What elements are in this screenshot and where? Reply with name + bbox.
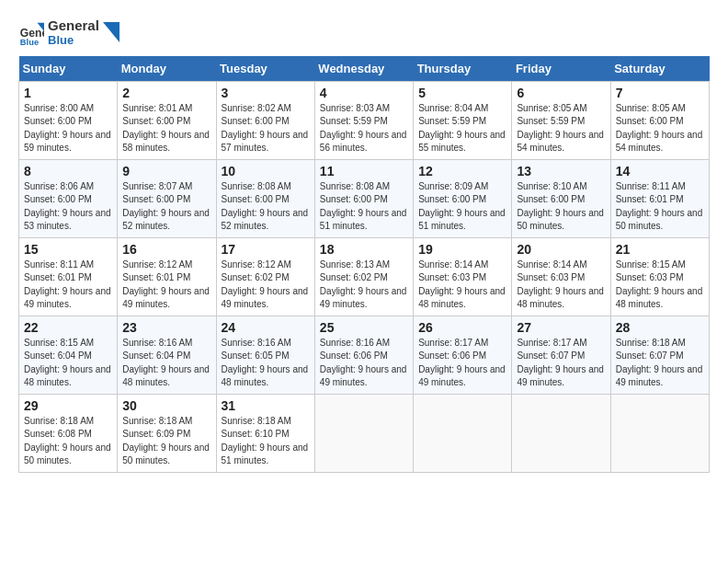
day-number: 2 [122,86,210,100]
calendar-cell: 4 Sunrise: 8:03 AMSunset: 5:59 PMDayligh… [314,81,413,159]
calendar-cell: 1 Sunrise: 8:00 AMSunset: 6:00 PMDayligh… [19,81,118,159]
day-info: Sunrise: 8:08 AMSunset: 6:00 PMDaylight:… [320,180,408,234]
calendar-cell: 10 Sunrise: 8:08 AMSunset: 6:00 PMDaylig… [216,159,314,237]
day-header-thursday: Thursday [414,56,512,82]
calendar-cell: 7 Sunrise: 8:05 AMSunset: 6:00 PMDayligh… [610,81,709,159]
calendar-cell: 3 Sunrise: 8:02 AMSunset: 6:00 PMDayligh… [216,81,314,159]
calendar-cell: 11 Sunrise: 8:08 AMSunset: 6:00 PMDaylig… [314,159,413,237]
day-info: Sunrise: 8:03 AMSunset: 5:59 PMDaylight:… [320,102,408,155]
day-number: 14 [616,164,704,178]
day-header-saturday: Saturday [610,56,709,82]
day-number: 1 [24,86,112,100]
day-info: Sunrise: 8:06 AMSunset: 6:00 PMDaylight:… [24,180,112,234]
logo-triangle [103,22,119,42]
day-header-tuesday: Tuesday [216,56,314,82]
calendar-cell: 12 Sunrise: 8:09 AMSunset: 6:00 PMDaylig… [414,159,512,237]
day-number: 22 [24,320,112,335]
day-number: 20 [517,242,605,257]
calendar-week-5: 29 Sunrise: 8:18 AMSunset: 6:08 PMDaylig… [19,394,710,472]
calendar-cell: 25 Sunrise: 8:16 AMSunset: 6:06 PMDaylig… [314,316,413,394]
day-number: 11 [320,164,408,178]
calendar-cell: 29 Sunrise: 8:18 AMSunset: 6:08 PMDaylig… [19,394,118,472]
svg-marker-3 [103,22,119,42]
day-number: 23 [122,320,210,335]
day-info: Sunrise: 8:05 AMSunset: 6:00 PMDaylight:… [616,102,704,155]
calendar-cell: 6 Sunrise: 8:05 AMSunset: 5:59 PMDayligh… [512,81,610,159]
day-info: Sunrise: 8:14 AMSunset: 6:03 PMDaylight:… [418,259,506,312]
day-header-friday: Friday [512,56,610,82]
page-header: General Blue General Blue [18,18,710,47]
calendar-cell [314,394,413,472]
day-info: Sunrise: 8:02 AMSunset: 6:00 PMDaylight:… [222,102,310,155]
calendar-cell: 5 Sunrise: 8:04 AMSunset: 5:59 PMDayligh… [414,81,512,159]
day-info: Sunrise: 8:09 AMSunset: 6:00 PMDaylight:… [418,180,506,234]
calendar-cell [414,394,512,472]
calendar-cell: 22 Sunrise: 8:15 AMSunset: 6:04 PMDaylig… [19,316,118,394]
day-info: Sunrise: 8:16 AMSunset: 6:05 PMDaylight:… [222,337,310,390]
day-header-monday: Monday [118,56,216,82]
calendar-cell: 17 Sunrise: 8:12 AMSunset: 6:02 PMDaylig… [216,237,314,316]
day-number: 24 [222,320,310,335]
day-number: 16 [122,242,210,257]
calendar-cell: 26 Sunrise: 8:17 AMSunset: 6:06 PMDaylig… [414,316,512,394]
day-number: 7 [616,86,704,100]
calendar-cell: 13 Sunrise: 8:10 AMSunset: 6:00 PMDaylig… [512,159,610,237]
day-number: 21 [616,242,704,257]
day-number: 9 [122,164,210,178]
calendar-cell: 31 Sunrise: 8:18 AMSunset: 6:10 PMDaylig… [216,394,314,472]
day-info: Sunrise: 8:15 AMSunset: 6:03 PMDaylight:… [616,259,704,312]
calendar-cell: 2 Sunrise: 8:01 AMSunset: 6:00 PMDayligh… [118,81,216,159]
calendar-week-2: 8 Sunrise: 8:06 AMSunset: 6:00 PMDayligh… [19,159,710,237]
day-info: Sunrise: 8:11 AMSunset: 6:01 PMDaylight:… [24,259,112,312]
logo-icon: General Blue [18,19,44,45]
calendar-cell: 28 Sunrise: 8:18 AMSunset: 6:07 PMDaylig… [610,316,709,394]
day-info: Sunrise: 8:13 AMSunset: 6:02 PMDaylight:… [320,259,408,312]
calendar-cell: 23 Sunrise: 8:16 AMSunset: 6:04 PMDaylig… [118,316,216,394]
day-info: Sunrise: 8:15 AMSunset: 6:04 PMDaylight:… [24,337,112,390]
day-number: 6 [517,86,605,100]
day-number: 12 [418,164,506,178]
day-info: Sunrise: 8:16 AMSunset: 6:04 PMDaylight:… [122,337,210,390]
day-number: 29 [24,398,112,413]
calendar-week-1: 1 Sunrise: 8:00 AMSunset: 6:00 PMDayligh… [19,81,710,159]
calendar-cell: 19 Sunrise: 8:14 AMSunset: 6:03 PMDaylig… [414,237,512,316]
calendar-cell: 24 Sunrise: 8:16 AMSunset: 6:05 PMDaylig… [216,316,314,394]
calendar-week-3: 15 Sunrise: 8:11 AMSunset: 6:01 PMDaylig… [19,237,710,316]
day-info: Sunrise: 8:18 AMSunset: 6:07 PMDaylight:… [616,337,704,390]
day-info: Sunrise: 8:05 AMSunset: 5:59 PMDaylight:… [517,102,605,155]
logo: General Blue General Blue [18,18,119,47]
day-number: 5 [418,86,506,100]
calendar-cell: 20 Sunrise: 8:14 AMSunset: 6:03 PMDaylig… [512,237,610,316]
day-number: 8 [24,164,112,178]
day-info: Sunrise: 8:01 AMSunset: 6:00 PMDaylight:… [122,102,210,155]
day-info: Sunrise: 8:12 AMSunset: 6:01 PMDaylight:… [122,259,210,312]
day-number: 26 [418,320,506,335]
calendar-cell: 9 Sunrise: 8:07 AMSunset: 6:00 PMDayligh… [118,159,216,237]
day-info: Sunrise: 8:18 AMSunset: 6:08 PMDaylight:… [24,415,112,468]
calendar-week-4: 22 Sunrise: 8:15 AMSunset: 6:04 PMDaylig… [19,316,710,394]
day-number: 18 [320,242,408,257]
calendar-table: SundayMondayTuesdayWednesdayThursdayFrid… [18,56,710,473]
svg-text:Blue: Blue [20,38,39,45]
day-header-sunday: Sunday [19,56,118,82]
day-number: 10 [222,164,310,178]
day-info: Sunrise: 8:12 AMSunset: 6:02 PMDaylight:… [222,259,310,312]
day-info: Sunrise: 8:17 AMSunset: 6:07 PMDaylight:… [517,337,605,390]
calendar-cell: 8 Sunrise: 8:06 AMSunset: 6:00 PMDayligh… [19,159,118,237]
day-info: Sunrise: 8:11 AMSunset: 6:01 PMDaylight:… [616,180,704,234]
day-info: Sunrise: 8:10 AMSunset: 6:00 PMDaylight:… [517,180,605,234]
calendar-cell: 27 Sunrise: 8:17 AMSunset: 6:07 PMDaylig… [512,316,610,394]
day-number: 31 [222,398,310,413]
calendar-cell: 18 Sunrise: 8:13 AMSunset: 6:02 PMDaylig… [314,237,413,316]
day-info: Sunrise: 8:18 AMSunset: 6:09 PMDaylight:… [122,415,210,468]
day-info: Sunrise: 8:07 AMSunset: 6:00 PMDaylight:… [122,180,210,234]
day-number: 17 [222,242,310,257]
day-number: 28 [616,320,704,335]
day-info: Sunrise: 8:00 AMSunset: 6:00 PMDaylight:… [24,102,112,155]
day-number: 19 [418,242,506,257]
calendar-cell: 30 Sunrise: 8:18 AMSunset: 6:09 PMDaylig… [118,394,216,472]
calendar-cell [610,394,709,472]
day-number: 13 [517,164,605,178]
day-number: 3 [222,86,310,100]
day-info: Sunrise: 8:16 AMSunset: 6:06 PMDaylight:… [320,337,408,390]
